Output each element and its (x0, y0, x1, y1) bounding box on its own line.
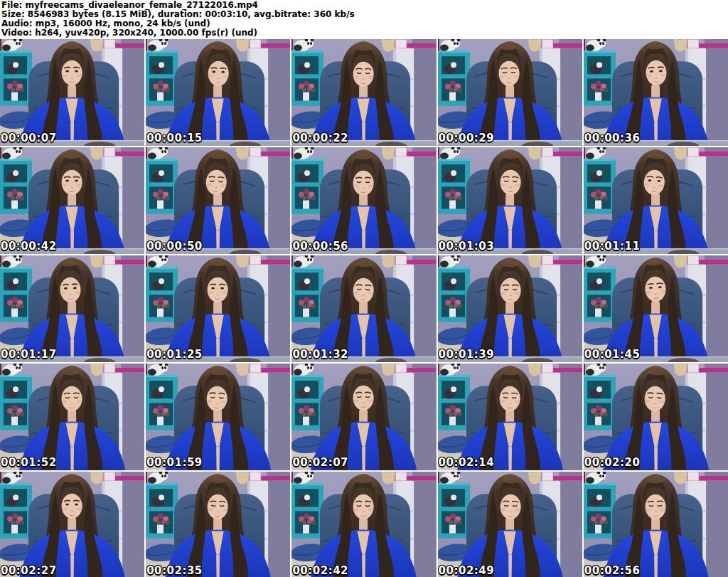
video-frame (291, 255, 436, 362)
crown-highlight (64, 478, 80, 482)
thumbnail-timestamp: 00:02:49 (439, 564, 495, 577)
blush-left (354, 184, 359, 187)
pink-box (687, 364, 699, 373)
nose (217, 512, 219, 512)
video-frame (584, 147, 728, 254)
video-thumbnail: 00:01:39 (438, 255, 582, 362)
pink-box (542, 364, 553, 373)
teal-shelf (438, 375, 470, 430)
crown-highlight (64, 154, 80, 159)
video-thumbnail: 00:02:07 (291, 364, 436, 470)
video-thumbnail: 00:02:20 (584, 364, 728, 470)
magenta-stripe (261, 368, 290, 372)
pink-box (250, 39, 261, 48)
video-frame (438, 472, 582, 577)
pink-box (104, 255, 115, 265)
magenta-stripe (115, 152, 144, 156)
teal-shelf (438, 159, 470, 214)
magenta-stripe (699, 476, 728, 480)
file-metadata-header: File: myfreecams_divaeleanor_female_2712… (0, 0, 728, 39)
pink-box (687, 39, 699, 48)
thumbnail-timestamp: 00:00:56 (292, 240, 348, 253)
thumbnail-timestamp: 00:02:14 (439, 456, 495, 469)
video-thumbnail: 00:02:49 (438, 472, 582, 577)
video-frame (584, 364, 728, 470)
thumbnail-timestamp: 00:01:59 (146, 456, 203, 469)
crown-highlight (355, 370, 371, 374)
pink-box (396, 39, 407, 48)
video-thumbnail: 00:01:17 (0, 255, 144, 362)
thumbnail-timestamp: 00:01:25 (146, 348, 203, 361)
pink-box (104, 147, 115, 157)
thumbnail-timestamp: 00:00:29 (439, 132, 495, 144)
thumbnail-timestamp: 00:02:35 (146, 564, 203, 577)
pink-box (542, 147, 553, 157)
blush-right (368, 399, 373, 402)
video-thumbnail: 00:00:36 (584, 39, 728, 146)
pink-box (396, 364, 407, 373)
video-frame (291, 147, 436, 254)
teal-shelf (0, 159, 32, 214)
teal-shelf (584, 483, 616, 539)
blush-left (63, 184, 68, 186)
video-frame (438, 364, 582, 470)
teal-shelf (146, 159, 178, 214)
teal-shelf (438, 483, 470, 539)
video-frame (146, 255, 290, 362)
pink-box (250, 472, 261, 481)
magenta-stripe (699, 260, 728, 264)
teal-shelf (291, 483, 323, 539)
magenta-stripe (553, 152, 582, 156)
magenta-stripe (261, 152, 290, 156)
video-frame (438, 147, 582, 254)
video-frame (146, 39, 290, 146)
magenta-stripe (115, 43, 144, 48)
pink-box (542, 472, 553, 481)
teal-shelf (291, 375, 323, 430)
blush-left (354, 399, 359, 402)
blush-right (515, 292, 520, 295)
video-thumbnail: 00:01:45 (584, 255, 728, 362)
video-frame (438, 39, 582, 146)
video-frame (146, 147, 290, 254)
video-thumbnail: 00:01:03 (438, 147, 582, 254)
teal-shelf (438, 267, 470, 322)
thumbnail-timestamp: 00:02:20 (584, 456, 641, 469)
thumbnail-timestamp: 00:01:52 (1, 456, 57, 469)
blush-right (77, 507, 82, 510)
video-frame (0, 364, 144, 470)
crown-highlight (210, 262, 225, 266)
magenta-stripe (699, 43, 728, 48)
teal-shelf (291, 51, 323, 106)
magenta-stripe (261, 260, 290, 264)
nose (71, 187, 73, 188)
video-frame (0, 147, 144, 254)
video-thumbnail: 00:00:50 (146, 147, 290, 254)
blush-right (77, 184, 82, 186)
thumbnail-timestamp: 00:00:50 (146, 240, 203, 253)
video-thumbnail: 00:02:35 (146, 472, 290, 577)
crown-highlight (64, 45, 80, 49)
video-frame (146, 364, 290, 470)
video-thumbnail: 00:02:14 (438, 364, 582, 470)
teal-shelf (584, 51, 616, 106)
video-thumbnail: 00:01:11 (584, 147, 728, 254)
blush-right (368, 184, 373, 187)
thumbnail-timestamp: 00:02:56 (584, 564, 641, 577)
thumbnail-timestamp: 00:00:22 (292, 132, 348, 144)
video-frame (291, 364, 436, 470)
video-thumbnail: 00:01:32 (291, 255, 436, 362)
magenta-stripe (407, 368, 437, 372)
video-frame (291, 39, 436, 146)
magenta-stripe (699, 152, 728, 156)
teal-shelf (584, 159, 616, 214)
pink-box (396, 255, 407, 265)
nose (508, 78, 510, 79)
teal-shelf (438, 51, 470, 106)
pink-box (104, 472, 115, 481)
thumbnail-timestamp: 00:00:42 (1, 240, 57, 253)
pink-box (542, 39, 553, 48)
thumbnail-timestamp: 00:01:32 (292, 348, 348, 361)
thumbnail-timestamp: 00:01:39 (439, 348, 495, 361)
magenta-stripe (553, 476, 582, 480)
